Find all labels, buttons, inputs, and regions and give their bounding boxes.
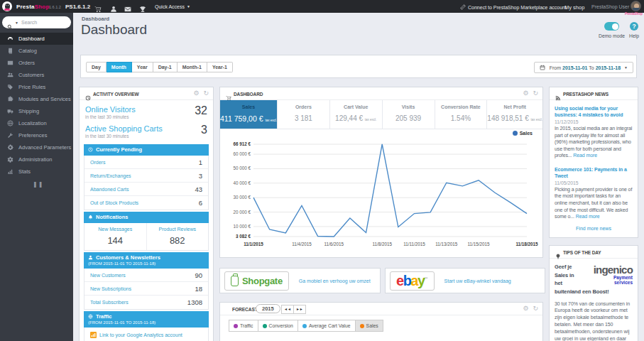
phone-icon <box>231 276 239 286</box>
kpi-conversion-rate[interactable]: Conversion Rate 1.54% <box>435 100 488 129</box>
kpi-net-profit[interactable]: Net Profit 148 918,51 € tax excl. <box>487 100 542 129</box>
orders-link[interactable]: Orders <box>90 160 105 165</box>
forecast-next-button[interactable]: ►► <box>294 305 306 314</box>
sidebar-item-catalog[interactable]: Catalog <box>0 45 73 57</box>
read-more-link[interactable]: Read more <box>576 214 600 219</box>
svg-text:11/18/2015: 11/18/2015 <box>515 242 538 247</box>
kpi-orders[interactable]: Orders 3 181 <box>278 100 330 129</box>
returns-link[interactable]: Return/Exchanges <box>90 173 131 178</box>
svg-text:11/8/2015: 11/8/2015 <box>372 242 392 247</box>
avatar[interactable] <box>631 1 641 11</box>
demo-mode-toggle[interactable] <box>604 22 619 31</box>
forecast-prev-button[interactable]: ◄◄ <box>281 305 294 314</box>
breadcrumb: Dashboard <box>82 16 109 22</box>
sidebar-item-customers[interactable]: Customers <box>0 69 73 81</box>
find-more-news-link[interactable]: Find more news <box>555 226 633 231</box>
sidebar-item-localization[interactable]: Localization <box>0 117 73 129</box>
sidebar-item-preferences[interactable]: Preferences <box>0 129 73 141</box>
svg-text:11/6/2015: 11/6/2015 <box>324 242 344 247</box>
online-visitors-link[interactable]: Online Visitors <box>85 105 207 114</box>
legend-conversion[interactable]: Conversion <box>258 320 298 332</box>
sidebar-item-administration[interactable]: Administration <box>0 153 73 166</box>
sidebar-item-modules[interactable]: Modules and Services <box>0 93 73 105</box>
prestashop-logo[interactable] <box>2 1 12 11</box>
panel-settings-icon[interactable]: ⚙ <box>193 90 199 97</box>
shopgate-link[interactable]: Ga mobiel en verhoog uw omzet <box>299 278 371 283</box>
panel-settings-icon[interactable]: ⚙ <box>523 305 528 312</box>
sidebar-collapse-icon[interactable]: ❚❚ <box>33 181 43 188</box>
sidebar-item-shipping[interactable]: Shipping <box>0 105 73 117</box>
my-shop-link[interactable]: My shop <box>564 4 584 11</box>
sidebar-item-price-rules[interactable]: Price Rules <box>0 81 73 93</box>
marketplace-link[interactable]: Connect to PrestaShop Marketplace accoun… <box>460 4 567 10</box>
cart-icon <box>226 91 231 97</box>
svg-text:40 000 €: 40 000 € <box>233 180 251 185</box>
messages-icon[interactable] <box>124 3 131 10</box>
ebay-link[interactable]: Start uw eBay-winkel vandaag <box>444 278 511 283</box>
search-scope-caret[interactable]: ▼ <box>15 21 18 25</box>
shopgate-logo[interactable]: Shopgate <box>224 271 289 291</box>
ebay-module: ebay™ Start uw eBay-winkel vandaag <box>385 268 545 293</box>
help-button[interactable]: ? <box>630 22 638 31</box>
topbar: PrestaShop 1.6.1.2 PS1.6.1.2 Quick Acces… <box>0 0 644 13</box>
new-messages-link[interactable]: New Messages <box>84 227 146 232</box>
svg-text:11/13/2015: 11/13/2015 <box>435 242 458 247</box>
news-article-excerpt: Picking a payment provider is one of the… <box>555 186 633 220</box>
svg-text:60 000 €: 60 000 € <box>233 151 251 156</box>
bell-icon <box>88 215 93 220</box>
trophy-icon[interactable] <box>139 3 146 10</box>
read-more-link[interactable]: Read more <box>573 153 597 158</box>
forecast-year[interactable]: 2015 <box>256 304 280 313</box>
quick-access-menu[interactable]: Quick Access▼ <box>155 4 190 9</box>
sales-chart: 66 912 €60 000 €50 000 €40 000 €30 000 €… <box>220 134 544 259</box>
panel-refresh-icon[interactable]: ↻ <box>533 90 538 97</box>
clock-icon <box>85 91 91 97</box>
filter-month-1[interactable]: Month-1 <box>178 62 207 72</box>
rss-icon <box>555 91 561 97</box>
globe-icon <box>7 120 13 126</box>
filter-year-1[interactable]: Year-1 <box>207 62 233 72</box>
new-customers-link[interactable]: New Customers <box>90 273 126 278</box>
sidebar-item-stats[interactable]: Stats <box>0 166 73 178</box>
legend-average-cart-value[interactable]: Average Cart Value <box>298 320 356 332</box>
active-carts-link[interactable]: Active Shopping Carts <box>85 124 207 133</box>
employees-icon[interactable] <box>110 3 117 10</box>
product-reviews-link[interactable]: Product Reviews <box>147 227 209 232</box>
news-article-title[interactable]: Using social media for your business: 4 … <box>555 105 633 118</box>
kpi-visits[interactable]: Visits 205 939 <box>383 100 435 129</box>
sidebar-item-dashboard[interactable]: Dashboard <box>0 33 73 45</box>
date-range-picker[interactable]: From 2015-11-01 To 2015-11-18 ▼ <box>534 62 633 73</box>
kpi-cart-value[interactable]: Cart Value 129,44 € tax excl. <box>330 100 383 129</box>
out-of-stock-link[interactable]: Out of Stock Products <box>90 200 138 205</box>
active-carts: Active Shopping Carts in the last 30 min… <box>85 124 207 139</box>
customers-row: New Subscriptions18 <box>84 282 208 296</box>
new-subscriptions-link[interactable]: New Subscriptions <box>90 286 131 291</box>
shopgate-module: Shopgate Ga mobiel en verhoog uw omzet <box>219 268 381 293</box>
legend-traffic[interactable]: Traffic <box>229 320 258 332</box>
panel-refresh-icon[interactable]: ↻ <box>203 90 209 97</box>
cart-icon[interactable] <box>94 3 102 10</box>
product-reviews-cell: Product Reviews 882 <box>146 223 209 250</box>
sidebar-item-advanced-parameters[interactable]: Advanced Parameters <box>0 141 73 153</box>
total-subscribers-link[interactable]: Total Subscribers <box>90 300 129 305</box>
search-icon[interactable] <box>7 20 13 26</box>
filter-day[interactable]: Day <box>86 62 107 72</box>
ebay-logo[interactable]: ebay™ <box>390 271 435 291</box>
sidebar-item-orders[interactable]: Orders <box>0 57 73 69</box>
google-analytics-link[interactable]: Link to your Google Analytics account <box>84 328 209 341</box>
filter-year[interactable]: Year <box>132 62 153 72</box>
search-input[interactable] <box>21 17 65 27</box>
main-content: Dashboard Dashboard Demo mode ? Help Day… <box>73 13 644 341</box>
news-article-title[interactable]: Ecommerce 101: Payments in a Tweet <box>555 166 633 179</box>
legend-sales[interactable]: Sales <box>356 320 383 332</box>
panel-refresh-icon[interactable]: ↻ <box>533 305 538 312</box>
kpi-sales[interactable]: Sales 411 759,00 € tax excl. <box>220 100 278 129</box>
filter-day-1[interactable]: Day-1 <box>153 62 178 72</box>
news-article-excerpt: In 2015, social media are an integral pa… <box>555 125 633 159</box>
date-filter-bar: Day Month Year Day-1 Month-1 Year-1 From… <box>80 55 637 78</box>
abandoned-carts-link[interactable]: Abandoned Carts <box>90 187 129 192</box>
user-menu[interactable]: PrestaShop User▼ <box>591 4 635 9</box>
filter-month[interactable]: Month <box>107 62 132 72</box>
link-icon <box>460 4 466 10</box>
panel-settings-icon[interactable]: ⚙ <box>523 90 528 97</box>
